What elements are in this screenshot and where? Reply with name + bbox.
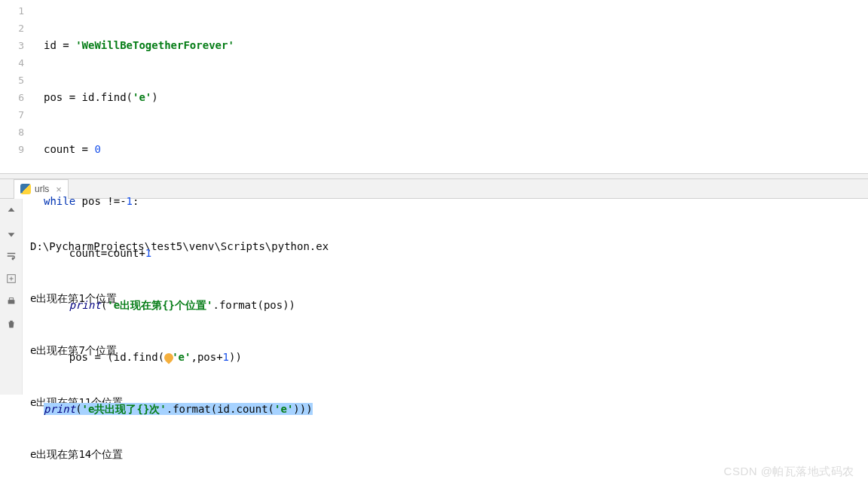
console-toolbar (0, 199, 23, 395)
svg-rect-2 (9, 298, 13, 300)
print-icon[interactable] (4, 294, 19, 309)
code-editor[interactable]: 1 2 3 4 5 6 7 8 9 id = 'WeWillBeTogether… (0, 0, 868, 173)
trash-icon[interactable] (4, 316, 19, 331)
down-icon[interactable] (4, 226, 19, 241)
up-icon[interactable] (4, 203, 19, 218)
soft-wrap-icon[interactable] (4, 249, 19, 264)
scroll-to-end-icon[interactable] (4, 271, 19, 286)
line-number-gutter: 1 2 3 4 5 6 7 8 9 (0, 0, 38, 173)
svg-rect-1 (8, 300, 14, 303)
watermark: CSDN @帕瓦落地式码农 (724, 465, 854, 479)
python-file-icon (20, 184, 31, 194)
code-content[interactable]: id = 'WeWillBeTogetherForever' pos = id.… (38, 0, 868, 173)
